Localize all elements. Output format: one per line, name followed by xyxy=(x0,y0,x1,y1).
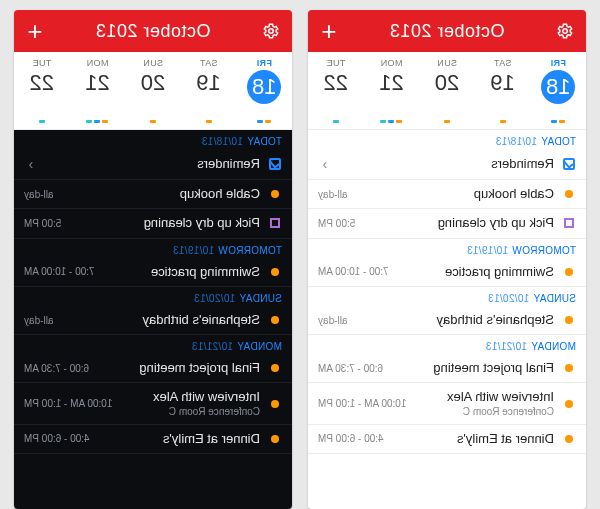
app-header: October 2013 + xyxy=(14,10,292,52)
event-title: Dinner at Emily's xyxy=(392,432,554,446)
event-time: 5:00 PM xyxy=(318,218,355,229)
checkbox-icon xyxy=(269,158,281,170)
event-dot-icon xyxy=(271,190,279,198)
event-time: 4:00 - 6:00 PM xyxy=(24,433,90,444)
section-header: SUNDAY10/20/13 xyxy=(14,287,292,306)
section-label: SUNDAY xyxy=(239,293,282,304)
day-name: TUE xyxy=(32,58,51,68)
day-event-dots xyxy=(181,120,237,123)
section-date: 10/19/13 xyxy=(467,245,508,256)
svg-point-0 xyxy=(269,29,274,34)
section-date: 10/20/13 xyxy=(194,293,235,304)
day-number: 22 xyxy=(324,70,348,96)
app-header: October 2013 + xyxy=(308,10,586,52)
settings-button[interactable] xyxy=(554,20,576,42)
event-title: Final project meeting xyxy=(97,361,260,375)
day-event-dots xyxy=(125,120,181,123)
event-title: Pick up dry cleaning xyxy=(69,216,260,230)
add-event-button[interactable]: + xyxy=(318,20,340,42)
event-dot-icon xyxy=(271,268,279,276)
week-strip[interactable]: FRI18SAT19SUN20MON21TUE22 xyxy=(308,52,586,130)
agenda-list[interactable]: TODAY10/18/13Reminders›Cable hookupall-d… xyxy=(14,130,292,509)
agenda-row[interactable]: Swimming practice7:00 - 10:00 AM xyxy=(308,258,586,287)
agenda-row[interactable]: Pick up dry cleaning5:00 PM xyxy=(308,209,586,238)
event-dot-icon xyxy=(565,268,573,276)
day-event-dots xyxy=(364,120,420,123)
day-cell-19[interactable]: SAT19 xyxy=(475,52,531,129)
todo-lead xyxy=(268,218,282,228)
settings-button[interactable] xyxy=(260,20,282,42)
event-dot-icon xyxy=(565,316,573,324)
event-subtitle: Conference Room C xyxy=(414,406,554,417)
event-title: Stephanie's birthday xyxy=(355,313,554,327)
gear-icon xyxy=(556,22,574,40)
section-header: MONDAY10/21/13 xyxy=(308,335,586,354)
day-number: 18 xyxy=(541,70,575,104)
day-cell-18[interactable]: FRI18 xyxy=(530,52,586,129)
gear-icon xyxy=(262,22,280,40)
event-dot-icon xyxy=(271,400,279,408)
section-label: MONDAY xyxy=(531,341,576,352)
day-cell-21[interactable]: MON21 xyxy=(364,52,420,129)
add-event-button[interactable]: + xyxy=(24,20,46,42)
agenda-row[interactable]: Final project meeting6:00 - 7:30 AM xyxy=(308,354,586,383)
agenda-row[interactable]: Dinner at Emily's4:00 - 6:00 PM xyxy=(14,425,292,454)
event-dot-icon xyxy=(565,435,573,443)
week-strip[interactable]: FRI18SAT19SUN20MON21TUE22 xyxy=(14,52,292,130)
agenda-row[interactable]: Cable hookupall-day xyxy=(308,180,586,209)
day-event-dots xyxy=(419,120,475,123)
agenda-row[interactable]: Swimming practice7:00 - 10:00 AM xyxy=(14,258,292,287)
todo-box-icon xyxy=(564,218,574,228)
event-time: 10:00 AM - 1:00 PM xyxy=(318,398,406,409)
event-time: all-day xyxy=(24,189,53,200)
event-title: Swimming practice xyxy=(397,265,554,279)
agenda-row[interactable]: Final project meeting6:00 - 7:30 AM xyxy=(14,354,292,383)
agenda-row[interactable]: Dinner at Emily's4:00 - 6:00 PM xyxy=(308,425,586,454)
event-time: 6:00 - 7:30 AM xyxy=(24,363,89,374)
svg-point-1 xyxy=(563,29,568,34)
agenda-row[interactable]: Reminders› xyxy=(14,149,292,180)
agenda-row[interactable]: Interview with AlexConference Room C10:0… xyxy=(308,383,586,424)
section-header: SUNDAY10/20/13 xyxy=(308,287,586,306)
event-lead xyxy=(268,268,282,276)
agenda-row[interactable]: Stephanie's birthdayall-day xyxy=(308,306,586,335)
chevron-right-icon: › xyxy=(318,156,332,172)
day-name: SAT xyxy=(200,58,218,68)
day-cell-20[interactable]: SUN20 xyxy=(419,52,475,129)
event-time: 5:00 PM xyxy=(24,218,61,229)
agenda-list[interactable]: TODAY10/18/13Reminders›Cable hookupall-d… xyxy=(308,130,586,509)
event-lead xyxy=(268,364,282,372)
day-cell-19[interactable]: SAT19 xyxy=(181,52,237,129)
section-header: TOMORROW10/19/13 xyxy=(308,239,586,258)
day-cell-22[interactable]: TUE22 xyxy=(14,52,70,129)
day-name: SAT xyxy=(494,58,512,68)
day-name: SUN xyxy=(143,58,163,68)
day-number: 19 xyxy=(196,70,220,96)
event-title: Dinner at Emily's xyxy=(98,432,260,446)
agenda-row[interactable]: Pick up dry cleaning5:00 PM xyxy=(14,209,292,238)
day-number: 22 xyxy=(30,70,54,96)
day-name: FRI xyxy=(257,58,272,68)
day-cell-18[interactable]: FRI18 xyxy=(236,52,292,129)
day-cell-21[interactable]: MON21 xyxy=(70,52,126,129)
event-lead xyxy=(562,268,576,276)
day-cell-20[interactable]: SUN20 xyxy=(125,52,181,129)
section-label: MONDAY xyxy=(237,341,282,352)
event-lead xyxy=(562,190,576,198)
section-header: TOMORROW10/19/13 xyxy=(14,239,292,258)
agenda-row[interactable]: Reminders› xyxy=(308,149,586,180)
section-date: 10/21/13 xyxy=(486,341,527,352)
agenda-row[interactable]: Cable hookupall-day xyxy=(14,180,292,209)
event-title: Interview with AlexConference Room C xyxy=(414,390,554,416)
agenda-row[interactable]: Interview with AlexConference Room C10:0… xyxy=(14,383,292,424)
event-dot-icon xyxy=(271,435,279,443)
phone-dark: October 2013 + FRI18SAT19SUN20MON21TUE22… xyxy=(14,10,292,509)
day-event-dots xyxy=(14,120,70,123)
agenda-row[interactable]: Stephanie's birthdayall-day xyxy=(14,306,292,335)
day-cell-22[interactable]: TUE22 xyxy=(308,52,364,129)
event-time: 10:00 AM - 1:00 PM xyxy=(24,398,112,409)
event-dot-icon xyxy=(565,190,573,198)
section-header: MONDAY10/21/13 xyxy=(14,335,292,354)
event-title: Cable hookup xyxy=(355,187,554,201)
day-name: MON xyxy=(86,58,108,68)
